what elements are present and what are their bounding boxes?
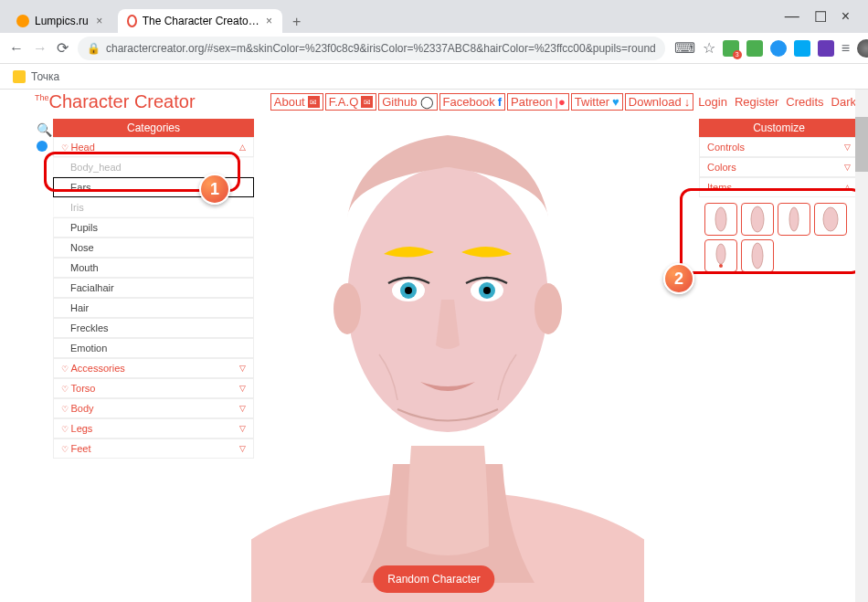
customize-controls[interactable]: Controls▽: [699, 137, 859, 157]
customize-header: Customize: [699, 119, 859, 137]
bookmarks-bar: Точка: [0, 64, 868, 90]
favicon-icon: [16, 15, 29, 27]
nav-credits[interactable]: Credits: [783, 93, 826, 111]
scrollbar-thumb[interactable]: [855, 117, 868, 172]
bookmark-item[interactable]: Точка: [31, 70, 59, 83]
nav-twitter[interactable]: Twitter♥: [571, 93, 623, 111]
category-pupils[interactable]: Pupils: [53, 217, 254, 238]
extension-icon[interactable]: [746, 40, 763, 57]
github-icon: ◯: [420, 95, 434, 109]
reading-list-icon[interactable]: ≡: [842, 40, 850, 57]
tab-title: The Character Creator - Build vis...: [143, 15, 260, 27]
translate-icon[interactable]: ⌨: [674, 39, 695, 57]
favicon-icon: [127, 15, 137, 27]
star-icon[interactable]: ☆: [703, 39, 715, 57]
mail-icon: ✉: [308, 96, 320, 108]
nav-github[interactable]: Github◯: [378, 93, 437, 111]
patreon-icon: |●: [556, 95, 566, 109]
customize-colors[interactable]: Colors▽: [699, 157, 859, 177]
expand-icon: ▽: [844, 143, 851, 152]
reload-icon[interactable]: ⟳: [57, 39, 69, 58]
expand-icon: ▽: [239, 424, 246, 433]
logo-prefix: The: [35, 93, 49, 102]
back-icon[interactable]: ←: [9, 39, 24, 58]
tab-title: Lumpics.ru: [35, 15, 89, 27]
expand-icon: ▽: [844, 163, 851, 172]
svg-point-9: [483, 287, 491, 294]
extension-icon[interactable]: [770, 40, 787, 57]
mail-icon: ✉: [361, 96, 373, 108]
download-icon: ↓: [684, 95, 691, 109]
profile-avatar[interactable]: [857, 39, 868, 58]
svg-point-6: [405, 287, 412, 294]
category-freckles[interactable]: Freckles: [53, 318, 254, 338]
category-body[interactable]: ♡ Body▽: [53, 398, 254, 418]
expand-icon: ▽: [239, 444, 246, 453]
nav-facebook[interactable]: Facebookf: [439, 93, 505, 111]
nav-login[interactable]: Login: [695, 93, 730, 111]
close-icon[interactable]: ×: [842, 8, 850, 26]
svg-point-3: [535, 283, 562, 334]
folder-icon: [13, 70, 26, 83]
app-topnav: TheCharacter Creator About✉ F.A.Q✉ Githu…: [35, 91, 859, 112]
nav-dark[interactable]: Dark: [829, 93, 859, 111]
nav-links: About✉ F.A.Q✉ Github◯ Facebookf Patreon|…: [270, 93, 859, 111]
extension-icons: ⌨ ☆ 3 ≡ ⋮: [674, 39, 868, 58]
nav-download[interactable]: Download↓: [625, 93, 693, 111]
forward-icon[interactable]: →: [33, 39, 48, 58]
logo-text: Character Creator: [49, 91, 196, 111]
url-text: charactercreator.org/#sex=m&skinColor=%2…: [106, 42, 656, 55]
nav-patreon[interactable]: Patreon|●: [507, 93, 569, 111]
new-tab-button[interactable]: +: [286, 11, 308, 33]
category-accessories[interactable]: ♡ Accessories▽: [53, 358, 254, 378]
close-icon[interactable]: ×: [94, 16, 105, 26]
extension-icon[interactable]: 3: [723, 40, 739, 57]
app-logo[interactable]: TheCharacter Creator: [35, 91, 196, 112]
search-icon[interactable]: 🔍: [37, 122, 52, 137]
collapse-icon: △: [239, 143, 246, 152]
annotation-highlight-2: [680, 188, 863, 274]
minimize-icon[interactable]: —: [785, 8, 799, 26]
scrollbar[interactable]: [855, 90, 868, 602]
category-torso[interactable]: ♡ Torso▽: [53, 378, 254, 398]
nav-about[interactable]: About✉: [270, 93, 323, 111]
browser-tab-inactive[interactable]: Lumpics.ru ×: [7, 9, 114, 33]
window-controls: — ☐ ×: [774, 8, 861, 33]
categories-header: Categories: [53, 119, 254, 137]
expand-icon: ▽: [239, 364, 246, 373]
address-bar: ← → ⟳ 🔒 charactercreator.org/#sex=m&skin…: [0, 33, 868, 64]
close-icon[interactable]: ×: [265, 16, 272, 26]
category-nose[interactable]: Nose: [53, 238, 254, 258]
category-feet[interactable]: ♡ Feet▽: [53, 438, 254, 459]
browser-titlebar: Lumpics.ru × The Character Creator - Bui…: [0, 0, 868, 33]
nav-register[interactable]: Register: [732, 93, 781, 111]
extension-icon[interactable]: [818, 40, 834, 57]
category-emotion[interactable]: Emotion: [53, 338, 254, 358]
twitter-icon: ♥: [612, 95, 619, 109]
expand-icon: ▽: [239, 384, 246, 393]
page-content: TheCharacter Creator About✉ F.A.Q✉ Githu…: [0, 90, 868, 602]
nav-faq[interactable]: F.A.Q✉: [325, 93, 377, 111]
circle-icon[interactable]: [37, 141, 48, 152]
category-mouth[interactable]: Mouth: [53, 258, 254, 278]
random-character-button[interactable]: Random Character: [373, 565, 494, 593]
svg-point-2: [333, 283, 361, 334]
annotation-callout-2: 2: [663, 263, 694, 294]
facebook-icon: f: [498, 95, 502, 109]
annotation-callout-1: 1: [199, 174, 230, 205]
browser-tab-active[interactable]: The Character Creator - Build vis... ×: [118, 9, 282, 33]
maximize-icon[interactable]: ☐: [814, 8, 827, 26]
expand-icon: ▽: [239, 404, 246, 413]
lock-icon: 🔒: [87, 42, 101, 55]
url-field[interactable]: 🔒 charactercreator.org/#sex=m&skinColor=…: [78, 37, 665, 60]
category-hair[interactable]: Hair: [53, 298, 254, 318]
character-canvas[interactable]: [251, 117, 644, 602]
category-legs[interactable]: ♡ Legs▽: [53, 418, 254, 438]
category-facialhair[interactable]: Facialhair: [53, 278, 254, 298]
extension-icon[interactable]: [794, 40, 810, 57]
